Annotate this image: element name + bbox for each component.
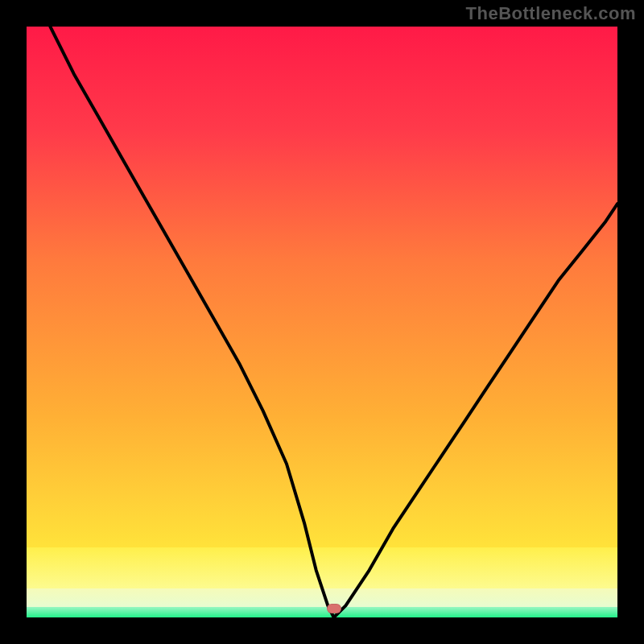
watermark-text: TheBottleneck.com: [466, 3, 636, 24]
bottleneck-curve: [27, 27, 617, 617]
optimal-point-marker: [327, 604, 341, 613]
chart-frame: TheBottleneck.com: [0, 0, 644, 644]
plot-area: [27, 27, 617, 617]
